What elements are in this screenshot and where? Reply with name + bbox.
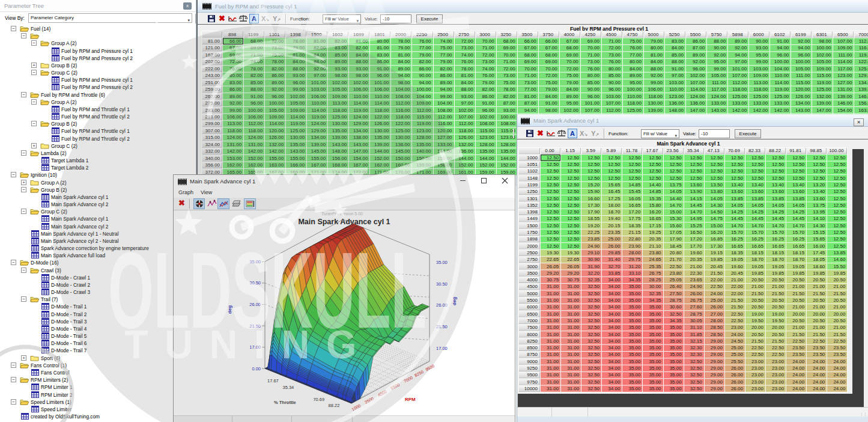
svg-text:9500: 9500: [425, 364, 435, 372]
svg-text:17.67: 17.67: [267, 378, 279, 384]
svg-text:4000: 4000: [377, 390, 387, 398]
svg-text:30.50: 30.50: [249, 280, 261, 286]
svg-text:88.22: 88.22: [329, 403, 340, 408]
svg-text:35.34: 35.34: [283, 385, 294, 390]
svg-text:35.00: 35.00: [436, 260, 448, 265]
svg-text:TunerPro version 5.00: TunerPro version 5.00: [321, 212, 363, 216]
svg-text:26.00: 26.00: [436, 302, 448, 308]
svg-text:deg: deg: [227, 305, 232, 314]
svg-text:30.50: 30.50: [436, 281, 448, 287]
svg-text:5500: 5500: [390, 382, 400, 391]
svg-text:26.00: 26.00: [249, 302, 261, 307]
svg-text:% Throttle: % Throttle: [274, 400, 296, 405]
svg-text:70.69: 70.69: [313, 397, 324, 402]
svg-text:2500: 2500: [364, 396, 374, 405]
svg-text:8250: 8250: [414, 370, 424, 378]
svg-text:0.00: 0.00: [252, 366, 261, 372]
svg-text:21.50: 21.50: [249, 323, 261, 329]
svg-text:deg: deg: [452, 297, 457, 305]
svg-text:RPM: RPM: [405, 397, 416, 402]
svg-text:17.00: 17.00: [436, 346, 448, 351]
svg-text:Main Spark Advance cyl 1: Main Spark Advance cyl 1: [298, 218, 390, 226]
svg-text:7000: 7000: [403, 375, 413, 384]
svg-text:21.50: 21.50: [436, 324, 448, 329]
svg-text:1000: 1000: [351, 403, 361, 412]
svg-text:17.00: 17.00: [249, 344, 261, 350]
svg-text:35.00: 35.00: [249, 259, 261, 265]
